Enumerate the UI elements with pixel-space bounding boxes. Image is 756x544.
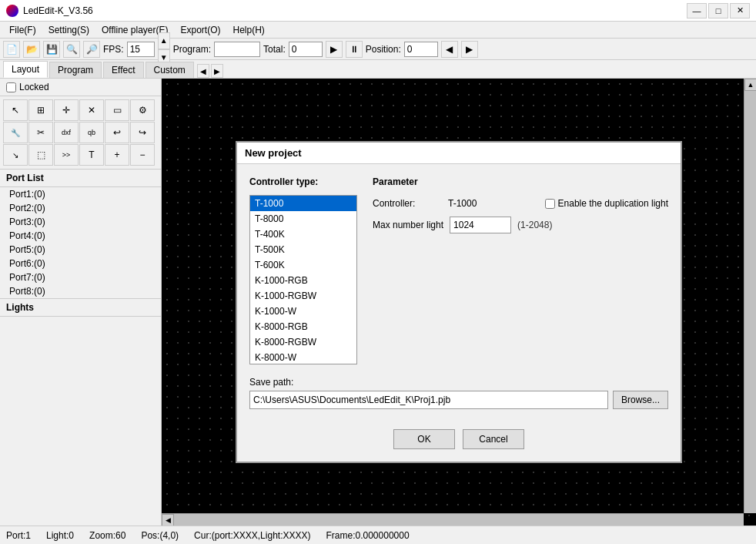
tab-program[interactable]: Program: [49, 62, 102, 78]
lights-area: [0, 317, 161, 526]
port-1[interactable]: Port1:(0): [0, 187, 161, 201]
status-pos: Pos:(4,0): [141, 530, 179, 541]
minus-tool[interactable]: −: [130, 144, 155, 166]
redo-tool[interactable]: ↪: [130, 122, 155, 143]
app-title: LedEdit-K_V3.56: [23, 5, 93, 16]
wrench-tool[interactable]: 🔧: [3, 122, 28, 143]
pause-button[interactable]: ⏸: [346, 41, 363, 58]
status-light: Light:0: [46, 530, 74, 541]
controller-t600k[interactable]: T-600K: [250, 257, 356, 273]
controller-k8000rgb[interactable]: K-8000-RGB: [250, 319, 356, 334]
maximize-button[interactable]: □: [708, 3, 728, 18]
controller-list[interactable]: T-1000 T-8000 T-400K T-500K T-600K K-100…: [249, 195, 357, 364]
text-tool[interactable]: T: [79, 144, 104, 166]
qb-tool[interactable]: qb: [79, 122, 104, 143]
locked-checkbox[interactable]: [6, 82, 16, 92]
dialog-footer: OK Cancel: [237, 421, 681, 462]
app-icon: [6, 5, 18, 17]
menu-setting[interactable]: Setting(S): [42, 23, 95, 37]
tabs-bar: Layout Program Effect Custom ◀ ▶: [0, 60, 756, 79]
save-button[interactable]: 💾: [43, 41, 60, 58]
port-list-header: Port List: [0, 170, 161, 187]
port-6[interactable]: Port6:(0): [0, 257, 161, 270]
controller-t1000[interactable]: T-1000: [250, 196, 356, 211]
dialog-body: Controller type: T-1000 T-8000 T-400K T-…: [237, 164, 681, 421]
scroll-left-arrow[interactable]: ◀: [162, 514, 174, 526]
enable-duplication-checkbox[interactable]: [545, 199, 555, 209]
save-path-input-row: Browse...: [249, 391, 668, 409]
menu-help[interactable]: Help(H): [227, 23, 271, 37]
horizontal-scrollbar[interactable]: ◀: [162, 513, 744, 526]
controller-k1000rgbw[interactable]: K-1000-RGBW: [250, 288, 356, 304]
port-list: Port List Port1:(0) Port2:(0) Port3:(0) …: [0, 170, 161, 298]
undo-tool[interactable]: ↩: [105, 122, 129, 143]
search-button[interactable]: 🔍: [63, 41, 80, 58]
close-button[interactable]: ✕: [730, 3, 750, 18]
status-frame: Frame:0.000000000: [326, 530, 410, 541]
max-number-input[interactable]: [450, 217, 511, 233]
menu-export[interactable]: Export(O): [175, 23, 227, 37]
prev-button[interactable]: ◀: [441, 41, 458, 58]
controller-k8000w[interactable]: K-8000-W: [250, 350, 356, 364]
cut-tool[interactable]: ✂: [28, 122, 53, 143]
controller-t500k[interactable]: T-500K: [250, 242, 356, 257]
browse-button[interactable]: Browse...: [613, 391, 668, 409]
left-panel: Locked ↖ ⊞ ✛ ✕ ▭ ⚙ 🔧 ✂ dxf qb ↩ ↪ ↘ ⬚ >>…: [0, 79, 162, 526]
tab-nav-right[interactable]: ▶: [211, 64, 223, 78]
position-input[interactable]: [404, 42, 438, 57]
fps-label: FPS:: [103, 44, 124, 55]
total-input[interactable]: [289, 42, 323, 57]
tab-layout[interactable]: Layout: [3, 61, 48, 78]
port-3[interactable]: Port3:(0): [0, 215, 161, 229]
menu-file[interactable]: File(F): [3, 23, 42, 37]
next-button[interactable]: ▶: [461, 41, 478, 58]
ok-button[interactable]: OK: [393, 429, 455, 449]
tab-effect[interactable]: Effect: [103, 62, 143, 78]
tool15[interactable]: >>: [54, 144, 79, 166]
controller-t400k[interactable]: T-400K: [250, 227, 356, 242]
save-path-input[interactable]: [249, 391, 608, 409]
fps-up-button[interactable]: ▲: [158, 32, 170, 49]
controller-t8000[interactable]: T-8000: [250, 211, 356, 227]
grid-tool[interactable]: ⊞: [28, 99, 53, 121]
dialog-two-col: Controller type: T-1000 T-8000 T-400K T-…: [249, 176, 668, 364]
port-7[interactable]: Port7:(0): [0, 270, 161, 284]
dialog-title: New project: [237, 143, 681, 164]
tab-custom[interactable]: Custom: [146, 62, 194, 78]
delete-tool[interactable]: ✕: [79, 99, 104, 121]
add-tool[interactable]: ✛: [54, 99, 79, 121]
locked-label: Locked: [19, 82, 49, 92]
new-project-dialog: New project Controller type: T-1000 T-80…: [236, 141, 682, 463]
controller-k1000rgb[interactable]: K-1000-RGB: [250, 273, 356, 288]
save-path-label: Save path:: [249, 377, 668, 388]
plus-tool[interactable]: +: [105, 144, 129, 166]
port-8[interactable]: Port8:(0): [0, 284, 161, 298]
tool13[interactable]: ↘: [3, 144, 28, 166]
status-cur: Cur:(port:XXXX,Light:XXXX): [194, 530, 310, 541]
settings-tool[interactable]: ⚙: [130, 99, 155, 121]
port-4[interactable]: Port4:(0): [0, 229, 161, 243]
controller-k8000rgbw[interactable]: K-8000-RGBW: [250, 334, 356, 350]
vertical-scrollbar[interactable]: ▲: [744, 79, 756, 513]
port-5[interactable]: Port5:(0): [0, 243, 161, 257]
scroll-up-arrow[interactable]: ▲: [744, 79, 756, 91]
rect-tool[interactable]: ▭: [105, 99, 129, 121]
minimize-button[interactable]: —: [687, 3, 707, 18]
play-button[interactable]: ▶: [326, 41, 343, 58]
tool14[interactable]: ⬚: [28, 144, 53, 166]
enable-dup-row: Enable the duplication light: [545, 198, 668, 209]
new-button[interactable]: 📄: [3, 41, 20, 58]
fps-input[interactable]: [127, 42, 155, 57]
program-input[interactable]: [214, 42, 260, 57]
select-tool[interactable]: ↖: [3, 99, 28, 121]
zoom-button[interactable]: 🔎: [83, 41, 100, 58]
tab-nav-left[interactable]: ◀: [197, 64, 209, 78]
cancel-button[interactable]: Cancel: [463, 429, 524, 449]
dxf-tool[interactable]: dxf: [54, 122, 79, 143]
port-2[interactable]: Port2:(0): [0, 201, 161, 215]
controller-k1000w[interactable]: K-1000-W: [250, 304, 356, 319]
open-button[interactable]: 📂: [23, 41, 40, 58]
controller-row: Controller: T-1000 Enable the duplicatio…: [373, 198, 668, 209]
window-controls: — □ ✕: [687, 3, 750, 18]
menu-bar: File(F) Setting(S) Offline player(E) Exp…: [0, 22, 756, 39]
